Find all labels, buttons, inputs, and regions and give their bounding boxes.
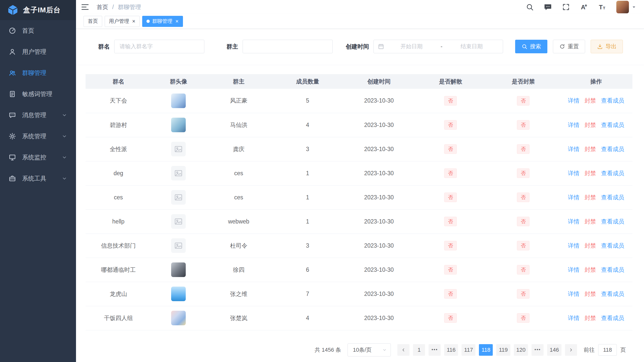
search-button[interactable]: 搜索: [515, 40, 547, 53]
ban-link[interactable]: 封禁: [584, 146, 596, 152]
cell-dissolved: 否: [414, 282, 487, 306]
view-members-link[interactable]: 查看成员: [601, 315, 624, 321]
sidebar-item-home[interactable]: 首页: [0, 20, 76, 41]
detail-link[interactable]: 详情: [568, 266, 579, 273]
next-page-button[interactable]: [565, 344, 577, 356]
view-members-link[interactable]: 查看成员: [601, 97, 624, 104]
cell-group-owner: ces: [206, 161, 272, 185]
cell-actions: 详情封禁查看成员: [560, 113, 632, 137]
sidebar-item-sensitive-words[interactable]: 敏感词管理: [0, 83, 76, 105]
tab-group-management[interactable]: 群聊管理×: [142, 16, 183, 27]
detail-link[interactable]: 详情: [568, 122, 579, 128]
view-members-link[interactable]: 查看成员: [601, 291, 624, 297]
page-button-146[interactable]: 146: [547, 344, 561, 356]
banned-badge: 否: [517, 265, 529, 275]
page-button-118[interactable]: 118: [479, 344, 493, 356]
detail-link[interactable]: 详情: [568, 170, 579, 176]
sidebar-item-system-management[interactable]: 系统管理: [0, 126, 76, 147]
ban-link[interactable]: 封禁: [584, 170, 596, 176]
ban-link[interactable]: 封禁: [584, 218, 596, 225]
sidebar-item-message-management[interactable]: 消息管理: [0, 105, 76, 126]
view-members-link[interactable]: 查看成员: [601, 218, 624, 225]
ban-link[interactable]: 封禁: [584, 122, 596, 128]
close-icon[interactable]: ×: [132, 19, 135, 24]
detail-link[interactable]: 详情: [568, 146, 579, 152]
breadcrumb-current: 群聊管理: [118, 3, 141, 11]
view-members-link[interactable]: 查看成员: [601, 146, 624, 152]
cell-created-time: 2023-10-30: [344, 258, 414, 282]
font-size-icon[interactable]: A: [580, 3, 588, 11]
page-button-116[interactable]: 116: [444, 344, 458, 356]
text-size-icon[interactable]: TT: [598, 3, 606, 11]
date-range-picker[interactable]: 开始日期 - 结束日期: [373, 40, 503, 53]
goto-page-input[interactable]: [598, 344, 617, 356]
cell-actions: 详情封禁查看成员: [560, 185, 632, 209]
page-button-119[interactable]: 119: [496, 344, 510, 356]
owner-input[interactable]: [243, 40, 333, 53]
cell-created-time: 2023-10-30: [344, 209, 414, 234]
message-chat-icon[interactable]: [544, 3, 552, 11]
sidebar-item-group-management[interactable]: 群聊管理: [0, 62, 76, 83]
detail-link[interactable]: 详情: [568, 218, 579, 225]
detail-link[interactable]: 详情: [568, 242, 579, 249]
cell-dissolved: 否: [414, 185, 487, 209]
detail-link[interactable]: 详情: [568, 194, 579, 201]
user-menu[interactable]: [616, 1, 636, 13]
page-button-1[interactable]: 1: [413, 344, 425, 356]
page-size-select[interactable]: 10条/页: [348, 343, 391, 356]
breadcrumb-home[interactable]: 首页: [97, 3, 108, 11]
ban-link[interactable]: 封禁: [584, 315, 596, 321]
detail-link[interactable]: 详情: [568, 97, 579, 104]
page-ellipsis[interactable]: •••: [429, 344, 441, 356]
detail-link[interactable]: 详情: [568, 315, 579, 321]
detail-link[interactable]: 详情: [568, 291, 579, 297]
view-members-link[interactable]: 查看成员: [601, 266, 624, 273]
close-icon[interactable]: ×: [175, 19, 179, 24]
active-tab-dot: [146, 20, 150, 23]
chevron-down-icon: [61, 154, 67, 160]
fullscreen-icon[interactable]: [562, 3, 570, 11]
group-name-input[interactable]: [114, 40, 204, 53]
page-button-117[interactable]: 117: [462, 344, 475, 356]
ban-link[interactable]: 封禁: [584, 242, 596, 249]
app-title: 盒子IM后台: [23, 5, 61, 15]
cell-group-name: hellp: [86, 209, 151, 234]
cell-group-owner: webweb: [206, 209, 272, 234]
chevron-down-icon: [382, 347, 387, 352]
cell-group-name: 碧游村: [86, 113, 151, 137]
ban-link[interactable]: 封禁: [584, 97, 596, 104]
tab-user-management[interactable]: 用户管理×: [105, 16, 140, 27]
banned-badge: 否: [517, 241, 529, 250]
page-ellipsis[interactable]: •••: [532, 344, 544, 356]
tab-home[interactable]: 首页: [84, 16, 102, 27]
reset-button-label: 重置: [568, 43, 579, 50]
prev-page-button[interactable]: [397, 344, 409, 356]
picture-icon: [174, 193, 183, 202]
export-button[interactable]: 导出: [591, 40, 623, 53]
cell-group-avatar: [151, 306, 206, 330]
svg-text:T: T: [603, 6, 605, 10]
cell-group-owner: 马仙洪: [206, 113, 272, 137]
cell-created-time: 2023-10-30: [344, 306, 414, 330]
hamburger-icon[interactable]: [81, 3, 90, 12]
sidebar-item-system-tools[interactable]: 系统工具: [0, 168, 76, 189]
ban-link[interactable]: 封禁: [584, 266, 596, 273]
svg-text:T: T: [599, 4, 603, 11]
view-members-link[interactable]: 查看成员: [601, 122, 624, 128]
cell-banned: 否: [487, 234, 560, 258]
view-members-link[interactable]: 查看成员: [601, 242, 624, 249]
view-members-link[interactable]: 查看成员: [601, 194, 624, 201]
goto-label: 前往: [584, 346, 595, 354]
sidebar-item-user-management[interactable]: 用户管理: [0, 41, 76, 62]
sidebar-item-system-monitor[interactable]: 系统监控: [0, 147, 76, 168]
app-logo[interactable]: 盒子IM后台: [0, 0, 76, 20]
page-button-120[interactable]: 120: [514, 344, 528, 356]
ban-link[interactable]: 封禁: [584, 194, 596, 201]
cell-group-avatar: [151, 258, 206, 282]
ban-link[interactable]: 封禁: [584, 291, 596, 297]
view-members-link[interactable]: 查看成员: [601, 170, 624, 176]
cell-created-time: 2023-10-30: [344, 185, 414, 209]
search-icon[interactable]: [526, 3, 534, 11]
sidebar-item-label: 群聊管理: [22, 69, 46, 77]
reset-button[interactable]: 重置: [553, 40, 585, 53]
